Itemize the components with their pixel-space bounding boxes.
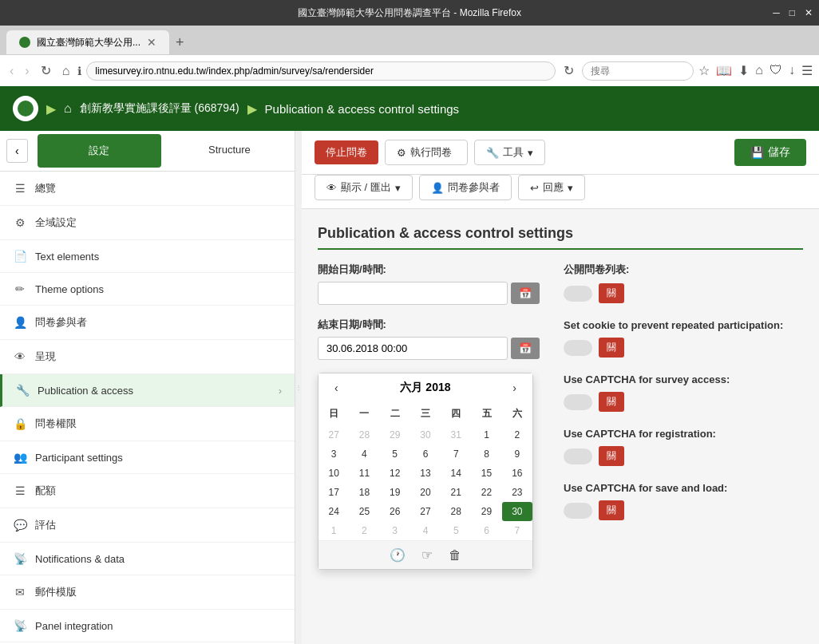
calendar-day[interactable]: 28 <box>349 425 379 444</box>
calendar-day[interactable]: 17 <box>318 483 349 502</box>
menu-icon[interactable]: ☰ <box>801 63 813 78</box>
download-icon[interactable]: ⬇ <box>738 63 749 78</box>
calendar-day[interactable]: 19 <box>380 483 410 502</box>
calendar-day[interactable]: 13 <box>410 464 441 483</box>
calendar-day[interactable]: 9 <box>502 444 532 464</box>
cal-trash-btn[interactable]: 🗑 <box>449 548 461 563</box>
calendar-day[interactable]: 5 <box>380 444 410 464</box>
sidebar-item-global-settings[interactable]: ⚙ 全域設定 <box>0 206 295 240</box>
calendar-day[interactable]: 7 <box>441 444 471 464</box>
back-btn[interactable]: ‹ <box>6 62 17 80</box>
sidebar-item-participants[interactable]: 👤 問卷參與者 <box>0 306 295 340</box>
sidebar-resize-handle[interactable]: ⋮ <box>295 131 302 644</box>
new-tab-btn[interactable]: + <box>169 31 191 54</box>
url-input[interactable] <box>86 61 556 81</box>
sidebar-item-presentation[interactable]: 👁 呈現 <box>0 340 295 374</box>
cal-prev-btn[interactable]: ‹ <box>328 380 345 396</box>
sidebar-item-survey-permissions[interactable]: 🔒 問卷權限 <box>0 407 295 441</box>
calendar-day[interactable]: 3 <box>318 444 349 464</box>
calendar-day[interactable]: 5 <box>441 521 471 540</box>
shield-icon[interactable]: 🛡 <box>770 63 782 78</box>
calendar-day[interactable]: 16 <box>502 464 532 483</box>
minimize-icon[interactable]: ─ <box>773 7 780 18</box>
cal-next-btn[interactable]: › <box>506 380 523 396</box>
calendar-day[interactable]: 2 <box>349 521 379 540</box>
captcha-reg-off-btn[interactable]: 關 <box>599 446 624 466</box>
breadcrumb-survey[interactable]: 創新教學實施課後評量 (668794) <box>80 101 239 116</box>
calendar-day[interactable]: 14 <box>441 464 471 483</box>
calendar-day[interactable]: 6 <box>410 444 441 464</box>
public-list-toggle[interactable] <box>564 286 592 302</box>
sidebar-item-overview[interactable]: ☰ 總覽 <box>0 172 295 206</box>
start-date-input[interactable] <box>318 282 508 305</box>
captcha-reg-toggle[interactable] <box>564 448 592 464</box>
calendar-day[interactable]: 31 <box>441 425 471 444</box>
maximize-icon[interactable]: □ <box>789 7 795 18</box>
calendar-day[interactable]: 22 <box>471 483 501 502</box>
calendar-day[interactable]: 30 <box>502 502 532 521</box>
home-icon[interactable]: ⌂ <box>755 63 763 78</box>
star-icon[interactable]: ☆ <box>698 63 710 78</box>
calendar-day[interactable]: 11 <box>349 464 379 483</box>
calendar-day[interactable]: 10 <box>318 464 349 483</box>
calendar-day[interactable]: 27 <box>410 502 441 521</box>
end-date-cal-btn[interactable]: 📅 <box>511 338 540 359</box>
end-date-input[interactable] <box>318 337 508 360</box>
sidebar-item-text-elements[interactable]: 📄 Text elements <box>0 240 295 273</box>
calendar-day[interactable]: 6 <box>471 521 501 540</box>
calendar-day[interactable]: 26 <box>380 502 410 521</box>
active-tab[interactable]: 國立臺灣師範大學公用... ✕ <box>6 30 169 54</box>
sidebar-item-theme-options[interactable]: ✏ Theme options <box>0 273 295 306</box>
tools-btn[interactable]: 🔧 工具 ▾ <box>474 140 545 165</box>
sidebar-item-evaluation[interactable]: 💬 評估 <box>0 508 295 543</box>
cookie-off-btn[interactable]: 關 <box>599 338 624 358</box>
public-list-off-btn[interactable]: 關 <box>599 283 624 303</box>
calendar-day[interactable]: 4 <box>410 521 441 540</box>
calendar-day[interactable]: 28 <box>441 502 471 521</box>
calendar-day[interactable]: 18 <box>349 483 379 502</box>
calendar-day[interactable]: 29 <box>380 425 410 444</box>
tab-close-btn[interactable]: ✕ <box>147 36 156 49</box>
sidebar-item-publication-access[interactable]: 🔧 Publication & access › <box>0 374 295 407</box>
calendar-day[interactable]: 1 <box>471 425 501 444</box>
captcha-access-toggle[interactable] <box>564 394 592 410</box>
calendar-day[interactable]: 21 <box>441 483 471 502</box>
calendar-day[interactable]: 25 <box>349 502 379 521</box>
tab-settings[interactable]: 設定 <box>38 134 161 168</box>
calendar-day[interactable]: 1 <box>318 521 349 540</box>
run-survey-btn[interactable]: ⚙ 執行問卷 <box>385 140 468 165</box>
search-input[interactable] <box>582 61 694 81</box>
sidebar-back-btn[interactable]: ‹ <box>6 139 28 163</box>
stop-survey-btn[interactable]: 停止問卷 <box>315 140 378 164</box>
forward-btn[interactable]: › <box>22 62 32 80</box>
reload-btn[interactable]: ↻ <box>560 61 577 80</box>
bookmark-icon[interactable]: 📖 <box>716 63 732 78</box>
refresh-btn[interactable]: ↻ <box>38 61 54 80</box>
calendar-day[interactable]: 8 <box>471 444 501 464</box>
cookie-toggle[interactable] <box>564 340 592 356</box>
responses-btn[interactable]: ↩ 回應 ▾ <box>518 175 585 200</box>
calendar-day[interactable]: 27 <box>318 425 349 444</box>
sidebar-item-panel-integration[interactable]: 📡 Panel integration <box>0 610 295 642</box>
start-date-cal-btn[interactable]: 📅 <box>511 282 540 304</box>
calendar-day[interactable]: 30 <box>410 425 441 444</box>
calendar-day[interactable]: 12 <box>380 464 410 483</box>
display-export-btn[interactable]: 👁 顯示 / 匯出 ▾ <box>315 175 413 200</box>
captcha-save-toggle[interactable] <box>564 503 592 519</box>
close-icon[interactable]: ✕ <box>805 7 813 18</box>
calendar-day[interactable]: 23 <box>502 483 532 502</box>
captcha-access-off-btn[interactable]: 關 <box>599 392 624 412</box>
calendar-day[interactable]: 24 <box>318 502 349 521</box>
home-breadcrumb-icon[interactable]: ⌂ <box>64 101 72 116</box>
save-btn[interactable]: 💾 儲存 <box>734 139 806 166</box>
calendar-day[interactable]: 20 <box>410 483 441 502</box>
calendar-day[interactable]: 7 <box>502 521 532 540</box>
sidebar-item-quota[interactable]: ☰ 配額 <box>0 474 295 508</box>
sidebar-item-participant-settings[interactable]: 👥 Participant settings <box>0 441 295 474</box>
calendar-day[interactable]: 3 <box>380 521 410 540</box>
extension-icon[interactable]: ↓ <box>789 63 795 78</box>
captcha-save-off-btn[interactable]: 關 <box>599 500 624 520</box>
calendar-day[interactable]: 2 <box>502 425 532 444</box>
sidebar-item-email-templates[interactable]: ✉ 郵件模版 <box>0 575 295 610</box>
home-btn[interactable]: ⌂ <box>59 62 73 80</box>
